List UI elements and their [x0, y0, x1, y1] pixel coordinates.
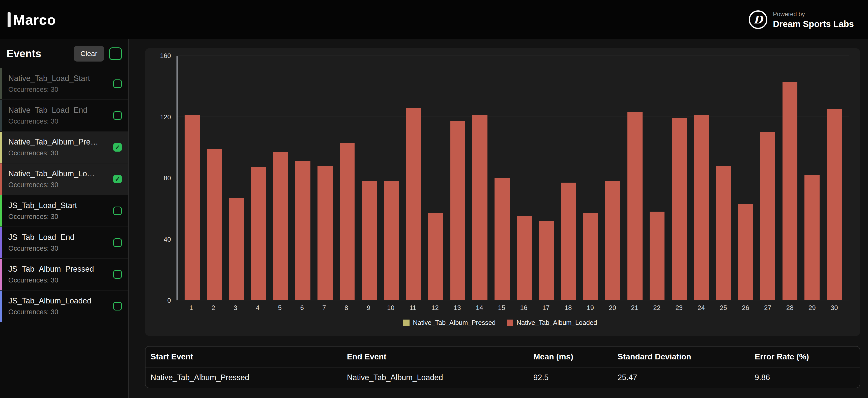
event-checkbox[interactable]: ✓: [113, 175, 122, 183]
event-item[interactable]: JS_Tab_Album_Pressed Occurrences: 30: [0, 259, 128, 290]
event-checkbox[interactable]: [113, 111, 122, 120]
x-tick-label: 13: [446, 304, 468, 312]
legend-swatch-icon: [403, 319, 409, 326]
events-sidebar: Events Clear Native_Tab_Load_Start Occur…: [0, 39, 129, 398]
event-checkbox[interactable]: [113, 80, 122, 88]
bar: [384, 181, 399, 300]
table-header-row: Start EventEnd EventMean (ms)Standard De…: [146, 346, 860, 367]
event-checkbox[interactable]: [113, 207, 122, 215]
x-tick-label: 9: [358, 304, 380, 312]
bar: [517, 216, 532, 300]
x-tick-label: 18: [557, 304, 579, 312]
event-checkbox[interactable]: ✓: [113, 143, 122, 152]
x-tick-label: 24: [690, 304, 712, 312]
bar-group: [270, 56, 292, 300]
y-tick-label: 40: [164, 235, 171, 243]
event-name: JS_Tab_Album_Pressed: [8, 265, 99, 274]
event-text: JS_Tab_Album_Loaded Occurrences: 30: [8, 296, 110, 316]
clear-button[interactable]: Clear: [74, 46, 104, 62]
event-item[interactable]: JS_Tab_Album_Loaded Occurrences: 30: [0, 290, 128, 322]
event-occurrences: Occurrences: 30: [8, 181, 110, 189]
event-color-stripe: [0, 259, 2, 290]
event-item[interactable]: Native_Tab_Load_End Occurrences: 30: [0, 100, 128, 132]
event-text: Native_Tab_Album_Loaded Occurrences: 30: [8, 169, 110, 189]
event-text: JS_Tab_Load_Start Occurrences: 30: [8, 201, 110, 221]
event-text: JS_Tab_Load_End Occurrences: 30: [8, 233, 110, 252]
bar-group: [203, 56, 225, 300]
bar-group: [513, 56, 535, 300]
x-tick-label: 14: [468, 304, 491, 312]
event-color-stripe: [0, 68, 2, 99]
event-checkbox[interactable]: [113, 302, 122, 310]
bar: [495, 178, 510, 300]
legend-label: Native_Tab_Album_Loaded: [517, 319, 597, 327]
event-text: JS_Tab_Album_Pressed Occurrences: 30: [8, 265, 110, 284]
x-tick-label: 26: [734, 304, 756, 312]
app-header: Marco D Powered by Dream Sports Labs: [0, 0, 868, 39]
event-name: JS_Tab_Load_End: [8, 233, 99, 242]
event-name: JS_Tab_Load_Start: [8, 201, 99, 210]
table-cell: 25.47: [613, 367, 750, 388]
bar-group: [823, 56, 845, 300]
bar: [827, 109, 842, 300]
event-occurrences: Occurrences: 30: [8, 245, 110, 252]
table-cell: 9.86: [750, 367, 860, 388]
x-tick-label: 5: [269, 304, 291, 312]
event-text: Native_Tab_Load_Start Occurrences: 30: [8, 74, 110, 94]
event-occurrences: Occurrences: 30: [8, 118, 110, 125]
event-item[interactable]: JS_Tab_Load_Start Occurrences: 30: [0, 195, 128, 227]
x-tick-label: 23: [668, 304, 690, 312]
event-occurrences: Occurrences: 30: [8, 276, 110, 284]
select-all-checkbox[interactable]: [109, 48, 122, 60]
bar-group: [292, 56, 314, 300]
bar: [539, 221, 554, 300]
bar: [185, 115, 200, 300]
main-content: 04080120160 1234567891011121314151617181…: [129, 39, 868, 398]
y-tick-label: 120: [160, 113, 171, 121]
legend-item[interactable]: Native_Tab_Album_Pressed: [403, 319, 496, 327]
bar-group: [358, 56, 380, 300]
y-tick-label: 160: [160, 52, 171, 60]
x-tick-label: 4: [247, 304, 269, 312]
x-tick-label: 3: [224, 304, 247, 312]
event-item[interactable]: Native_Tab_Load_Start Occurrences: 30: [0, 68, 128, 100]
event-occurrences: Occurrences: 30: [8, 213, 110, 221]
event-item[interactable]: JS_Tab_Load_End Occurrences: 30: [0, 227, 128, 259]
bar: [627, 112, 643, 300]
bar-group: [801, 56, 823, 300]
plot-column: 1234567891011121314151617181920212223242…: [177, 56, 849, 312]
bar: [804, 175, 819, 300]
x-tick-label: 25: [712, 304, 735, 312]
legend-item[interactable]: Native_Tab_Album_Loaded: [507, 319, 597, 327]
bar: [716, 166, 731, 300]
bar: [362, 181, 377, 300]
event-checkbox[interactable]: [113, 238, 122, 247]
x-tick-label: 20: [601, 304, 624, 312]
bar-group: [668, 56, 690, 300]
bar: [561, 183, 576, 300]
event-name: JS_Tab_Album_Loaded: [8, 296, 99, 305]
event-color-stripe: [0, 100, 2, 131]
table-body: Native_Tab_Album_PressedNative_Tab_Album…: [146, 367, 860, 388]
x-tick-label: 22: [646, 304, 668, 312]
event-color-stripe: [0, 132, 2, 163]
x-tick-label: 12: [424, 304, 446, 312]
x-axis-labels: 1234567891011121314151617181920212223242…: [177, 304, 849, 312]
bar: [251, 167, 266, 300]
bar-group: [558, 56, 580, 300]
bar-group: [425, 56, 447, 300]
logo-text: Marco: [13, 11, 56, 28]
x-tick-label: 2: [202, 304, 224, 312]
x-tick-label: 28: [779, 304, 801, 312]
event-checkbox[interactable]: [113, 270, 122, 279]
chart-panel: 04080120160 1234567891011121314151617181…: [145, 48, 860, 336]
bar: [273, 152, 288, 300]
x-tick-label: 1: [180, 304, 202, 312]
event-item[interactable]: Native_Tab_Album_Pressed Occurrences: 30…: [0, 132, 128, 163]
event-item[interactable]: Native_Tab_Album_Loaded Occurrences: 30 …: [0, 163, 128, 195]
x-tick-label: 17: [535, 304, 557, 312]
app-root: Marco D Powered by Dream Sports Labs Eve…: [0, 0, 868, 398]
event-text: Native_Tab_Album_Pressed Occurrences: 30: [8, 137, 110, 157]
bar-group: [247, 56, 270, 300]
powered-by-label: Powered by: [773, 10, 854, 18]
